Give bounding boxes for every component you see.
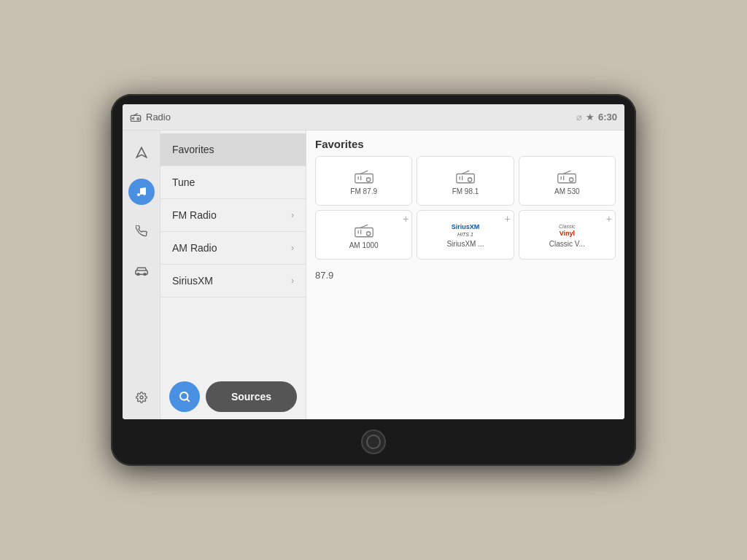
- add-button[interactable]: +: [403, 214, 409, 224]
- clock: 6:30: [598, 112, 617, 122]
- search-icon: [178, 390, 191, 403]
- svg-point-14: [366, 177, 370, 181]
- add-button[interactable]: +: [606, 214, 612, 224]
- chevron-icon: ›: [291, 243, 294, 253]
- car-infotainment-device: Radio ⌀ ★ 6:30: [111, 94, 636, 466]
- menu-item-fm-radio[interactable]: FM Radio ›: [160, 199, 306, 232]
- screen: Radio ⌀ ★ 6:30: [123, 104, 624, 419]
- chevron-icon: ›: [291, 210, 294, 220]
- menu-item-tune[interactable]: Tune: [160, 166, 306, 199]
- favorite-tile-siriusxm[interactable]: + SiriusXM HITS 1 SiriusXM ...: [417, 210, 514, 260]
- device-bottom-bar: [123, 427, 624, 456]
- menu-item-siriusxm[interactable]: SiriusXM ›: [160, 265, 306, 298]
- sidebar-item-phone[interactable]: [128, 218, 155, 244]
- radio-header-icon: [130, 112, 142, 122]
- sidebar-icons: [123, 131, 160, 419]
- svg-point-18: [468, 177, 471, 181]
- menu-item-favorites[interactable]: Favorites: [160, 133, 306, 166]
- favorites-grid: FM 87.9 FM 98.1: [315, 156, 616, 260]
- music-note-icon: [136, 186, 147, 198]
- gear-icon: [136, 392, 147, 403]
- signal-icon: ⌀: [576, 112, 582, 122]
- sidebar-item-music[interactable]: [128, 179, 155, 205]
- main-content: Favorites Tune FM Radio › AM Radio › Sir…: [123, 131, 624, 419]
- top-bar: Radio ⌀ ★ 6:30: [123, 104, 624, 131]
- add-button[interactable]: +: [504, 214, 510, 224]
- svg-point-10: [140, 396, 143, 399]
- svg-point-5: [137, 193, 140, 196]
- sidebar-item-car[interactable]: [128, 257, 155, 284]
- favorite-tile-fm-87-9[interactable]: FM 87.9: [315, 156, 412, 206]
- home-button-ring: [366, 435, 381, 449]
- left-menu: Favorites Tune FM Radio › AM Radio › Sir…: [160, 131, 306, 419]
- bottom-buttons: Sources: [160, 374, 306, 419]
- sources-button[interactable]: Sources: [206, 381, 297, 412]
- chevron-icon: ›: [291, 276, 294, 286]
- search-button[interactable]: [169, 381, 200, 412]
- svg-point-22: [570, 177, 573, 181]
- favorite-tile-am-530[interactable]: AM 530: [519, 156, 616, 206]
- radio-tile-icon: [455, 168, 476, 184]
- current-frequency: 87.9: [315, 270, 616, 281]
- svg-point-11: [180, 392, 188, 400]
- favorites-heading: Favorites: [315, 138, 616, 150]
- status-area: ⌀ ★ 6:30: [576, 112, 617, 122]
- svg-point-6: [143, 192, 146, 195]
- phone-icon: [136, 225, 147, 237]
- radio-tile-icon: [354, 222, 374, 238]
- home-button[interactable]: [361, 429, 386, 454]
- favorite-tile-fm-98-1[interactable]: FM 98.1: [417, 156, 514, 206]
- radio-tile-icon: [557, 168, 577, 184]
- svg-line-12: [187, 399, 189, 401]
- title-area: Radio: [130, 112, 171, 122]
- right-panel: Favorites FM 87.9: [306, 131, 624, 419]
- svg-point-1: [137, 117, 139, 120]
- favorite-tile-classic-vinyl[interactable]: + Classic Vinyl Classic V...: [519, 210, 616, 260]
- navigation-arrow-icon: [136, 147, 147, 158]
- car-icon: [135, 265, 148, 276]
- sidebar-item-navigation[interactable]: [128, 139, 155, 166]
- svg-marker-4: [136, 147, 146, 157]
- favorite-tile-am-1000[interactable]: + AM 1000: [315, 210, 412, 260]
- screen-title: Radio: [146, 112, 171, 122]
- bluetooth-icon: ★: [586, 112, 595, 122]
- sidebar-item-settings[interactable]: [128, 384, 155, 411]
- radio-tile-icon: [354, 168, 374, 184]
- svg-point-26: [366, 231, 370, 235]
- menu-item-am-radio[interactable]: AM Radio ›: [160, 232, 306, 265]
